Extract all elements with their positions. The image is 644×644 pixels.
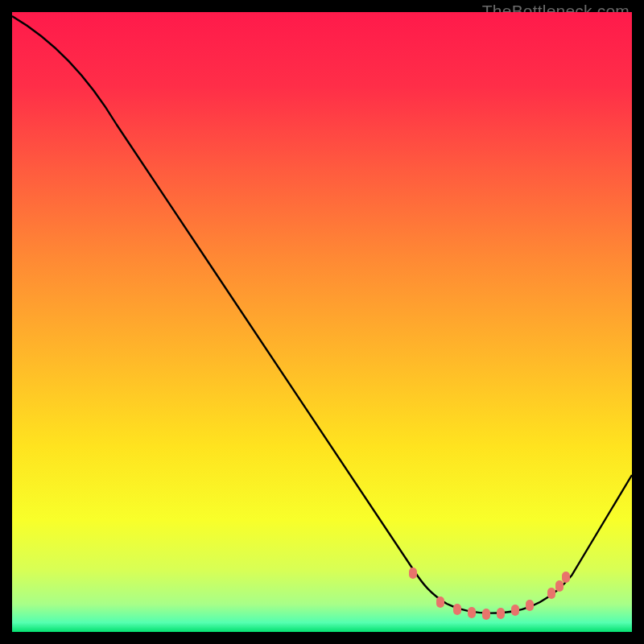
flat-marker <box>468 607 476 618</box>
flat-marker <box>562 572 570 583</box>
curve-path <box>12 16 632 613</box>
flat-marker <box>497 608 505 619</box>
flat-marker <box>482 609 490 620</box>
flat-marker <box>555 580 564 592</box>
bottleneck-curve <box>12 12 632 632</box>
flat-marker <box>547 588 555 599</box>
flat-marker <box>436 597 444 608</box>
flat-marker <box>453 604 461 615</box>
flat-marker <box>409 568 417 579</box>
flat-marker <box>526 600 534 611</box>
chart-frame <box>12 12 632 632</box>
flat-marker <box>511 605 519 616</box>
